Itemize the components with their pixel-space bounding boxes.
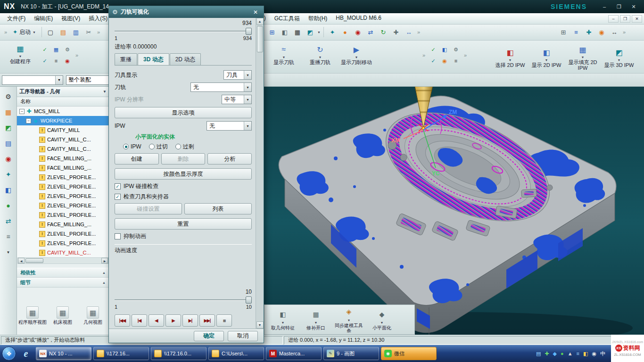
- tree-item[interactable]: ZLEVEL_PROFILE...: [17, 182, 109, 191]
- dialog-tab[interactable]: 2D 动态: [170, 53, 201, 65]
- tree-item[interactable]: FACE_MILLING_...: [17, 163, 109, 173]
- rotate-view-icon[interactable]: [378, 26, 389, 38]
- tray-icon[interactable]: ✚: [545, 351, 549, 357]
- show-options-button[interactable]: 显示选项: [115, 107, 252, 118]
- assembly-navigator-icon[interactable]: [3, 107, 14, 117]
- tree-item[interactable]: CAVITY_MILL_C...: [17, 144, 109, 154]
- dependencies-section[interactable]: 相依性: [17, 268, 109, 278]
- tree-item[interactable]: ZLEVEL_PROFILE...: [17, 191, 109, 201]
- playback-button[interactable]: |◀: [132, 314, 147, 327]
- toolpath-display-button[interactable]: 重播刀轨: [303, 43, 338, 65]
- dimension-icon[interactable]: [609, 26, 620, 38]
- reuse-library-icon[interactable]: [3, 154, 14, 164]
- ipw-button[interactable]: 显示 2D IPW: [529, 46, 564, 68]
- tree-item[interactable]: FACE_MILLING_...: [17, 154, 109, 163]
- menu-item[interactable]: HB_MOULD M6.6: [331, 13, 386, 24]
- viewport-toolbar-button[interactable]: 小平面化: [366, 309, 397, 330]
- tree-item[interactable]: CAVITY_MILL: [17, 125, 109, 135]
- suppress-animation-checkbox[interactable]: [115, 233, 121, 239]
- grid-display-icon[interactable]: [266, 26, 278, 38]
- analyze-button[interactable]: 分析: [207, 153, 252, 165]
- scroll-down-icon[interactable]: [256, 321, 264, 329]
- animation-speed-slider[interactable]: [115, 296, 252, 304]
- toolpath-display-button[interactable]: 显示刀削移动: [339, 43, 374, 65]
- selection-scope-field[interactable]: 整个装配: [66, 75, 109, 85]
- shaded-view-icon[interactable]: [279, 26, 290, 38]
- create-program-button[interactable]: 创建程序: [3, 42, 38, 64]
- layers-icon[interactable]: [570, 26, 582, 38]
- tree-expander-icon[interactable]: [26, 118, 31, 123]
- selection-filter-combo[interactable]: [2, 75, 63, 85]
- child-close-button[interactable]: [632, 15, 642, 23]
- menu-item[interactable]: 视图(V): [57, 13, 84, 24]
- verify-icon[interactable]: [40, 44, 50, 55]
- tree-item[interactable]: ZLEVEL_PROFILE...: [17, 210, 109, 220]
- ipw-button[interactable]: 选择 2D IPW: [493, 46, 528, 68]
- history-icon[interactable]: [3, 200, 14, 211]
- tool-display-select[interactable]: 刀具: [223, 70, 252, 80]
- window-layout-icon[interactable]: [558, 26, 569, 38]
- playback-position-slider[interactable]: [115, 28, 252, 35]
- locate-icon[interactable]: [62, 56, 73, 66]
- tray-icon[interactable]: ▤: [536, 351, 541, 357]
- thickness-by-color-button[interactable]: 按颜色显示厚度: [115, 168, 252, 180]
- snap-point-icon[interactable]: [352, 26, 363, 38]
- taskbar-task-button[interactable]: NX 10 - ...: [36, 347, 91, 360]
- simulate-icon[interactable]: [439, 44, 450, 55]
- minimize-button[interactable]: [598, 2, 611, 11]
- hd3d-tools-icon[interactable]: [3, 169, 14, 180]
- start-button[interactable]: [2, 346, 16, 361]
- check-tool-holder-checkbox[interactable]: [115, 194, 121, 200]
- dialog-tab[interactable]: 3D 动态: [138, 53, 169, 65]
- ipw-button[interactable]: 显示填充 2D IPW: [565, 43, 600, 71]
- viewport-toolbar-button[interactable]: 修补开口: [300, 309, 331, 330]
- dialog-close-icon[interactable]: [251, 9, 260, 16]
- roles-gear-icon[interactable]: [3, 91, 14, 102]
- details-section[interactable]: 细节: [17, 278, 109, 288]
- list-output-icon[interactable]: [51, 56, 61, 66]
- tree-horizontal-scrollbar[interactable]: [17, 257, 108, 264]
- delete-button[interactable]: 删除: [161, 153, 206, 165]
- csys-icon[interactable]: [390, 26, 402, 38]
- verify-toolpath-icon[interactable]: [428, 44, 438, 55]
- generate-icon[interactable]: [51, 44, 61, 55]
- start-menu-button[interactable]: 启动: [10, 27, 39, 37]
- gouge-check-icon[interactable]: [428, 56, 438, 66]
- toolbar-overflow-icon[interactable]: [3, 29, 8, 35]
- taskbar-task-button[interactable]: C:\Users\...: [208, 347, 264, 360]
- tree-item[interactable]: ZLEVEL_PROFILE...: [17, 201, 109, 210]
- ipw-collision-checkbox[interactable]: [115, 183, 121, 189]
- menu-item[interactable]: 文件(F): [3, 13, 30, 24]
- tree-expander-icon[interactable]: [19, 109, 25, 114]
- list-button[interactable]: 列表: [184, 203, 252, 214]
- menu-item[interactable]: 编辑(E): [30, 13, 57, 24]
- tree-item[interactable]: CAVITY_MILL_C...: [17, 135, 109, 144]
- tree-item[interactable]: MCS_MILL: [17, 107, 109, 116]
- playback-button[interactable]: ▶▶|: [199, 314, 215, 327]
- playback-button[interactable]: ▶|: [182, 314, 198, 327]
- scroll-up-icon[interactable]: [256, 18, 264, 25]
- taskbar-task-button[interactable]: Masterca...: [266, 347, 322, 360]
- playback-button[interactable]: ■: [216, 314, 232, 327]
- radio-option[interactable]: 过剩: [175, 143, 194, 151]
- playback-button[interactable]: ▶: [165, 314, 181, 327]
- tray-icon[interactable]: ◉: [592, 351, 596, 357]
- dialog-tab[interactable]: 重播: [115, 53, 137, 65]
- tray-icon[interactable]: ◧: [583, 351, 588, 357]
- internet-explorer-icon[interactable]: [3, 185, 14, 195]
- report-icon[interactable]: [451, 56, 461, 66]
- close-button[interactable]: [627, 2, 640, 11]
- datum-icon[interactable]: [583, 26, 594, 38]
- slider-handle[interactable]: [246, 28, 252, 35]
- child-minimize-button[interactable]: [608, 15, 619, 23]
- toolpath-display-button[interactable]: 显示刀轨: [266, 43, 301, 65]
- resource-bar-options-icon[interactable]: [3, 247, 14, 257]
- tray-icon[interactable]: ▲: [568, 351, 573, 356]
- tray-icon[interactable]: 中: [600, 350, 605, 357]
- tree-item[interactable]: CAVITY_MILL_C...: [17, 248, 109, 257]
- view-mode-button[interactable]: 程序顺序视图: [18, 306, 47, 325]
- scroll-right-icon[interactable]: [101, 258, 108, 263]
- wireframe-view-icon[interactable]: [292, 26, 303, 38]
- ipw-resolution-select[interactable]: 中等: [222, 95, 252, 104]
- effects-icon[interactable]: [327, 26, 338, 38]
